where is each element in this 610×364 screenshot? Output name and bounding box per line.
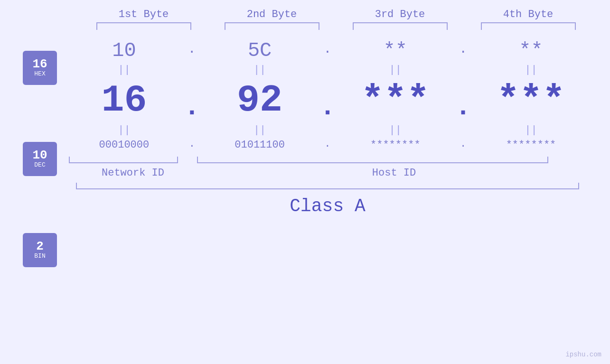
bin-b1: 00010000	[67, 139, 181, 151]
bin-dot2: .	[318, 138, 337, 152]
bin-badge-num: 2	[36, 240, 44, 252]
dec-dot3: .	[454, 78, 473, 122]
class-label-row: Class A	[66, 196, 589, 216]
hex-dot3: .	[454, 42, 473, 60]
badges-column: 16 HEX 10 DEC 2 BIN	[0, 35, 66, 267]
hex-dot1: .	[182, 42, 201, 60]
footer: ipshu.com	[565, 351, 601, 358]
hex-dot2: .	[318, 42, 337, 60]
bin-b2: 01011100	[203, 139, 317, 151]
eq-row-1: || || || ||	[66, 64, 589, 76]
eq1-b4: ||	[474, 64, 588, 76]
eq2-b4: ||	[474, 124, 588, 136]
id-labels-row: Network ID Host ID	[66, 167, 589, 179]
dec-dot1: .	[182, 78, 201, 122]
hex-b1: 10	[67, 39, 181, 62]
large-bracket	[76, 183, 579, 189]
eq2-b1: ||	[67, 124, 181, 136]
data-rows-column: 10 . 5C . ** . ** || || || || 16	[66, 35, 610, 267]
host-id-label: Host ID	[199, 167, 589, 179]
hex-b4: **	[474, 39, 588, 62]
byte3-header: 3rd Byte	[343, 9, 457, 20]
bottom-section: Network ID Host ID Class A	[66, 155, 589, 216]
bracket-top-4	[481, 22, 576, 30]
bracket-bottom-host	[197, 157, 548, 163]
eq1-b2: ||	[203, 64, 317, 76]
dec-b3: ***	[338, 79, 452, 122]
dec-dot2: .	[318, 78, 337, 122]
dec-badge: 10 DEC	[23, 142, 57, 176]
bin-badge-label: BIN	[34, 252, 45, 260]
bracket-bottom-net	[69, 157, 178, 163]
hex-b2: 5C	[203, 39, 317, 62]
dec-badge-num: 10	[32, 149, 47, 161]
eq2-b3: ||	[338, 124, 452, 136]
rows-wrapper: 16 HEX 10 DEC 2 BIN 10 . 5C . **	[0, 35, 610, 267]
hex-badge: 16 HEX	[23, 51, 57, 85]
dec-b1: 16	[67, 79, 181, 122]
bin-dot3: .	[454, 138, 473, 152]
byte1-header: 1st Byte	[87, 9, 201, 20]
top-brackets	[80, 22, 592, 30]
eq-row-2: || || || ||	[66, 124, 589, 136]
byte4-header: 4th Byte	[471, 9, 585, 20]
eq2-b2: ||	[203, 124, 317, 136]
bracket-top-2	[225, 22, 319, 30]
bracket-top-3	[353, 22, 448, 30]
bottom-brackets-row	[66, 157, 589, 163]
bin-value-row: 00010000 . 01011100 . ******** . *******…	[66, 138, 589, 152]
dec-value-row: 16 . 92 . *** . ***	[66, 78, 589, 122]
dec-badge-label: DEC	[34, 161, 45, 169]
byte2-header: 2nd Byte	[215, 9, 329, 20]
dec-b2: 92	[203, 79, 317, 122]
hex-badge-num: 16	[32, 58, 47, 70]
bin-dot1: .	[182, 138, 201, 152]
bin-b4: ********	[474, 139, 588, 151]
hex-badge-label: HEX	[34, 70, 45, 78]
footer-text: ipshu.com	[565, 351, 601, 358]
bin-b3: ********	[338, 139, 452, 151]
bracket-top-1	[96, 22, 191, 30]
main-container: 1st Byte 2nd Byte 3rd Byte 4th Byte 16 H…	[0, 0, 610, 364]
hex-value-row: 10 . 5C . ** . **	[66, 39, 589, 62]
bin-badge: 2 BIN	[23, 233, 57, 267]
eq1-b3: ||	[338, 64, 452, 76]
network-id-label: Network ID	[66, 167, 199, 179]
hex-b3: **	[338, 39, 452, 62]
byte-headers-row: 1st Byte 2nd Byte 3rd Byte 4th Byte	[80, 9, 592, 20]
eq1-b1: ||	[67, 64, 181, 76]
large-bracket-row	[66, 183, 589, 189]
dec-b4: ***	[474, 79, 588, 122]
class-label: Class A	[290, 196, 366, 216]
